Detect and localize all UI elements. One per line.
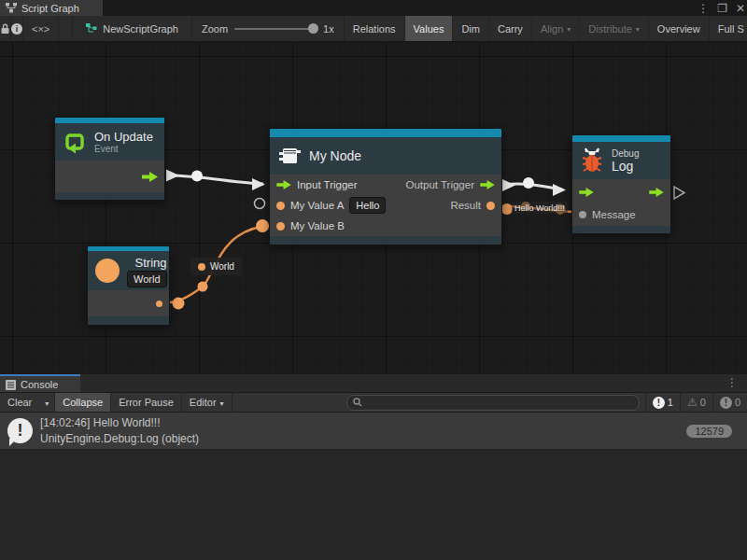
- graph-name-breadcrumb[interactable]: NewScriptGraph: [72, 16, 192, 41]
- log-count-toggle[interactable]: ! 1: [646, 393, 681, 412]
- trigger-output-port[interactable]: [142, 172, 158, 182]
- node-title: Log: [612, 160, 639, 174]
- editor-dropdown[interactable]: Editor▾: [182, 393, 233, 412]
- search-icon: [353, 398, 362, 407]
- warning-count-toggle[interactable]: ⚠ 0: [681, 393, 713, 412]
- wire-flow-dot: [191, 171, 203, 182]
- wire-value-label-hello-world: Hello World!!!: [512, 202, 568, 214]
- graph-canvas[interactable]: On Update Event: [0, 42, 747, 373]
- console-list-icon: [6, 380, 16, 390]
- close-icon[interactable]: ✕: [736, 2, 745, 15]
- node-subtitle: Event: [94, 144, 153, 155]
- tab-console[interactable]: Console: [0, 374, 80, 393]
- zoom-control: Zoom 1x: [192, 16, 345, 41]
- zoom-slider-thumb[interactable]: [308, 23, 318, 34]
- console-toolbar: Clear ▾ Collapse Error Pause Editor▾ ! 1: [0, 392, 747, 413]
- node-on-update[interactable]: On Update Event: [54, 117, 165, 201]
- warning-icon: ⚠: [687, 397, 698, 408]
- port-label: Message: [592, 209, 636, 220]
- wire-arrowhead: [252, 178, 265, 190]
- value-a-input[interactable]: Hello: [349, 197, 386, 214]
- chevron-down-icon: ▾: [636, 25, 640, 34]
- distribute-button[interactable]: Distribute▾: [580, 16, 648, 41]
- info-button[interactable]: i: [11, 16, 23, 41]
- log-entry-message: [14:02:46] Hello World!!!: [40, 415, 199, 431]
- string-output-port[interactable]: [156, 301, 162, 307]
- titlebar: Script Graph ⋮ ❐ ✕: [0, 0, 747, 16]
- zoom-value: 1x: [323, 23, 334, 35]
- align-button[interactable]: Align▾: [532, 16, 580, 41]
- value-a-port[interactable]: [276, 202, 285, 210]
- wire-value-dot: [173, 298, 185, 310]
- lock-icon: [0, 23, 10, 35]
- error-count-toggle[interactable]: ! 0: [713, 393, 747, 412]
- loop-event-icon: [63, 130, 87, 154]
- node-accent-bar: [572, 135, 670, 142]
- port-label: Input Trigger: [297, 179, 358, 190]
- log-message-icon: !: [7, 418, 33, 443]
- graph-name-label: NewScriptGraph: [103, 23, 178, 35]
- relations-button[interactable]: Relations: [345, 16, 405, 41]
- console-menu-icon[interactable]: ⋮: [726, 376, 738, 389]
- chevron-down-icon: ▾: [567, 25, 571, 34]
- string-literal-icon: [95, 259, 120, 283]
- zoom-slider[interactable]: [234, 28, 317, 30]
- console-log-entry[interactable]: ! [14:02:46] Hello World!!! UnityEngine.…: [0, 413, 747, 450]
- error-pause-button[interactable]: Error Pause: [111, 393, 182, 412]
- console-tab-label: Console: [21, 379, 58, 390]
- fullscreen-button[interactable]: Full S: [710, 16, 747, 41]
- result-port[interactable]: [486, 202, 495, 210]
- code-icon: <×>: [32, 23, 49, 35]
- wire-onupdate-to-mynode[interactable]: [168, 175, 263, 184]
- carry-button[interactable]: Carry: [489, 16, 532, 41]
- graph-toolbar: i <×> NewScriptGraph Zoom 1x Relations V…: [0, 16, 747, 42]
- dim-button[interactable]: Dim: [453, 16, 489, 41]
- wire-flow-dot: [523, 177, 534, 189]
- maximize-icon[interactable]: ❐: [717, 2, 727, 15]
- node-my-node[interactable]: My Node Input Trigger Output Trigger: [269, 128, 502, 245]
- value-b-port[interactable]: [276, 222, 285, 231]
- input-trigger-port[interactable]: [276, 180, 291, 189]
- wire-value-dot: [198, 282, 208, 292]
- node-title: On Update: [94, 130, 153, 144]
- node-string-literal[interactable]: String World: [87, 245, 170, 326]
- clear-dropdown[interactable]: ▾: [39, 393, 55, 412]
- output-trigger-port[interactable]: [649, 188, 664, 197]
- info-icon: i: [11, 23, 22, 35]
- values-button[interactable]: Values: [405, 16, 454, 41]
- wire-start-triangle: [166, 170, 179, 182]
- overview-button[interactable]: Overview: [649, 16, 710, 41]
- string-value-input[interactable]: World: [127, 271, 167, 287]
- window-menu-icon[interactable]: ⋮: [698, 2, 709, 15]
- node-accent-bar: [270, 129, 501, 137]
- wire-value-label-world: World: [190, 258, 242, 275]
- input-trigger-port[interactable]: [579, 188, 594, 197]
- port-label: My Value B: [290, 220, 345, 231]
- wire-arrowhead: [553, 184, 566, 196]
- node-title: String: [127, 256, 167, 270]
- clear-button[interactable]: Clear: [0, 393, 39, 412]
- collapse-button[interactable]: Collapse: [55, 393, 111, 412]
- port-label: My Value A: [290, 200, 344, 211]
- console-search-field[interactable]: [366, 397, 633, 408]
- zoom-label: Zoom: [202, 23, 228, 35]
- console-log-list[interactable]: ! [14:02:46] Hello World!!! UnityEngine.…: [0, 413, 747, 560]
- continuation-triangle-icon: [674, 187, 684, 199]
- error-bubble-icon: !: [720, 397, 732, 409]
- tab-label: Script Graph: [21, 3, 79, 14]
- console-counters: ! 1 ⚠ 0 ! 0: [645, 393, 747, 412]
- message-port[interactable]: [579, 211, 586, 218]
- unit-box-icon: [277, 145, 302, 167]
- node-kind: Debug: [612, 148, 639, 160]
- lock-button[interactable]: [0, 16, 11, 41]
- port-label: Output Trigger: [405, 179, 474, 190]
- chevron-down-icon: ▾: [45, 399, 49, 408]
- dangling-port-ring: [255, 199, 265, 209]
- output-trigger-port[interactable]: [480, 180, 495, 189]
- tab-script-graph[interactable]: Script Graph: [0, 0, 103, 16]
- node-title: My Node: [309, 149, 361, 163]
- chevron-down-icon: ▾: [220, 399, 224, 408]
- console-search-input[interactable]: [346, 395, 640, 411]
- edit-source-button[interactable]: <×>: [23, 16, 59, 41]
- node-debug-log[interactable]: Debug Log Message: [571, 134, 671, 234]
